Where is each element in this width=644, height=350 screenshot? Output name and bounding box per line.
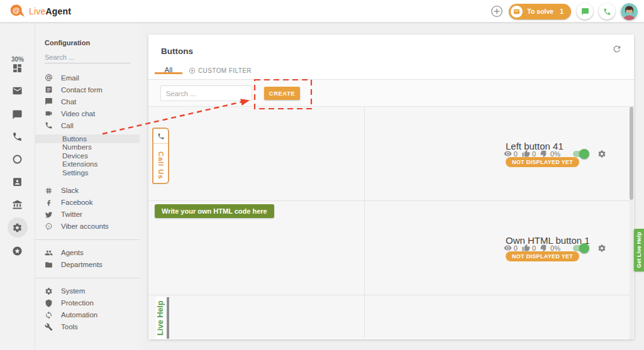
config-item-tools[interactable]: Tools: [35, 321, 140, 333]
phone-icon: [153, 129, 168, 144]
chat-icon: [12, 109, 23, 120]
sidebar-item-more[interactable]: [8, 241, 28, 261]
create-button[interactable]: CREATE: [264, 87, 300, 100]
folder-icon: [45, 261, 53, 269]
config-item-facebook[interactable]: Facebook: [35, 197, 140, 209]
row-settings-gear-icon[interactable]: [597, 150, 606, 158]
call-us-button-preview: Call Us: [152, 128, 169, 184]
thumb-up-icon: [522, 244, 530, 252]
add-new-icon[interactable]: [491, 5, 503, 18]
table-scrollbar: [630, 107, 633, 339]
ring-icon: [12, 154, 23, 165]
buttons-search-input[interactable]: [160, 85, 252, 101]
logo-bubble-icon: @: [9, 4, 26, 18]
sidebar-item-tickets[interactable]: [8, 80, 28, 101]
config-item-protection[interactable]: Protection: [35, 297, 140, 309]
preview-bar: [167, 297, 169, 339]
row-settings-gear-icon[interactable]: [597, 244, 606, 253]
configuration-panel: Configuration Email Contact form Chat Vi…: [35, 23, 140, 350]
button-details-cell: Left button 41 NOT DISPLAYED YET 0 0 0%: [365, 107, 634, 200]
buttons-page: Buttons All CUSTOM FILTER CREATE Cal: [148, 35, 634, 339]
config-item-devices[interactable]: Devices: [35, 151, 140, 160]
logo-text: LiveAgent: [29, 6, 71, 16]
tab-all[interactable]: All: [155, 64, 182, 74]
buttons-table: Call Us Left button 41 NOT DISPLAYED YET…: [148, 107, 634, 339]
phone-icon: [603, 8, 611, 16]
sidebar-item-status[interactable]: [8, 149, 28, 169]
gear-icon: [45, 287, 53, 295]
form-icon: [45, 85, 53, 94]
views-stat: 0: [504, 244, 518, 252]
enable-toggle[interactable]: [572, 243, 589, 253]
live-help-button-preview: Live Help: [156, 297, 169, 339]
icon-rail: 30%: [0, 23, 35, 350]
config-search-input[interactable]: [45, 52, 130, 63]
videocam-icon: [45, 109, 53, 118]
mail-icon: [12, 85, 23, 96]
config-item-video-chat[interactable]: Video chat: [35, 107, 140, 119]
refresh-icon[interactable]: [612, 44, 622, 54]
tab-custom-filter[interactable]: CUSTOM FILTER: [189, 67, 252, 74]
button-preview-cell: Live Help: [148, 295, 365, 339]
user-avatar[interactable]: [621, 3, 638, 20]
dislikes-stat: 0%: [540, 244, 560, 252]
button-details-cell: Own HTML button 1 NOT DISPLAYED YET 0 0 …: [365, 201, 634, 295]
likes-stat: 0: [522, 150, 536, 158]
config-item-contact-form[interactable]: Contact form: [35, 84, 140, 96]
plus-circle-icon: [189, 67, 196, 74]
top-bar: @ LiveAgent To solve 1: [0, 0, 644, 23]
dashboard-icon: [12, 63, 23, 74]
config-item-buttons[interactable]: Buttons: [35, 134, 140, 143]
sidebar-item-dashboard[interactable]: [8, 58, 28, 78]
scrollbar-thumb[interactable]: [630, 107, 633, 200]
preview-label: Live Help: [156, 297, 167, 339]
preview-label: Call Us: [157, 144, 165, 183]
table-row: Write your own HTML code here Own HTML b…: [148, 201, 634, 295]
config-item-numbers[interactable]: Numbers: [35, 143, 140, 152]
sidebar-item-customers[interactable]: [8, 172, 28, 192]
thumb-down-icon: [540, 244, 548, 252]
sync-icon: [45, 311, 53, 319]
sidebar-item-company[interactable]: [8, 194, 28, 214]
calls-button[interactable]: [599, 3, 615, 19]
config-item-viber[interactable]: Viber accounts: [35, 221, 140, 232]
config-item-departments[interactable]: Departments: [35, 259, 140, 271]
page-title: Buttons: [161, 46, 193, 56]
tabs: All CUSTOM FILTER: [148, 64, 634, 80]
config-item-slack[interactable]: Slack: [35, 185, 140, 197]
phone-icon: [45, 121, 53, 129]
table-row: Live Help: [148, 295, 634, 339]
dislikes-stat: 0%: [540, 150, 560, 158]
config-item-automation[interactable]: Automation: [35, 309, 140, 321]
sidebar-item-configuration[interactable]: [8, 217, 28, 238]
svg-text:@: @: [13, 6, 19, 14]
to-solve-button[interactable]: To solve 1: [509, 4, 571, 19]
phone-icon: [12, 131, 23, 142]
enable-toggle[interactable]: [572, 149, 589, 159]
toolbar: CREATE: [148, 80, 634, 107]
liveagent-logo[interactable]: @ LiveAgent: [9, 4, 71, 18]
viber-icon: [45, 222, 53, 231]
config-item-extensions[interactable]: Extensions: [35, 160, 140, 169]
config-item-system[interactable]: System: [35, 285, 140, 297]
slack-icon: [45, 187, 53, 195]
ticket-envelope-icon: [511, 6, 523, 18]
config-item-settings[interactable]: Settings: [35, 168, 140, 177]
eye-icon: [504, 150, 512, 158]
shield-icon: [45, 299, 53, 307]
facebook-icon: [45, 199, 53, 207]
get-live-help-tab[interactable]: Get Live Help: [634, 229, 644, 271]
chats-button[interactable]: [577, 3, 593, 19]
table-row: Call Us Left button 41 NOT DISPLAYED YET…: [148, 107, 634, 201]
config-item-twitter[interactable]: Twitter: [35, 209, 140, 221]
button-stats: 0 0 0%: [504, 107, 606, 200]
panel-title: Configuration: [45, 39, 140, 46]
config-item-email[interactable]: Email: [35, 72, 140, 84]
sidebar-item-chats[interactable]: [8, 104, 28, 124]
config-item-call[interactable]: Call: [35, 119, 140, 131]
config-item-agents[interactable]: Agents: [35, 247, 140, 259]
sidebar-item-calls[interactable]: [8, 126, 28, 146]
wrench-icon: [45, 323, 53, 331]
config-item-chat[interactable]: Chat: [35, 96, 140, 107]
agents-icon: [45, 249, 53, 257]
